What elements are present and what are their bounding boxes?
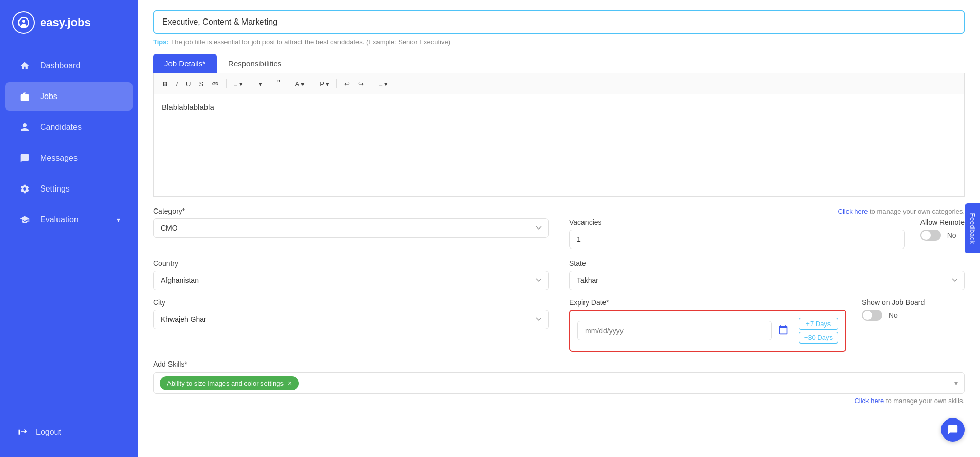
sidebar-item-jobs[interactable]: Jobs	[5, 82, 133, 111]
main-content: Tips: The job title is essential for job…	[138, 0, 980, 457]
expiry-date-label: Expiry Date*	[569, 298, 846, 307]
job-title-input[interactable]	[153, 10, 965, 34]
category-select[interactable]: CMO	[153, 218, 549, 238]
undo-button[interactable]: ↩	[341, 79, 353, 89]
editor-area[interactable]: Blablablablabla	[153, 94, 965, 197]
add-skills-label: Add Skills*	[153, 360, 187, 368]
sidebar-item-label: Candidates	[40, 123, 120, 132]
strikethrough-button[interactable]: S	[196, 79, 206, 89]
sidebar-item-messages[interactable]: Messages	[5, 144, 133, 173]
allow-remote-group: Allow Remote No	[920, 218, 965, 241]
allow-remote-label: Allow Remote	[920, 218, 965, 226]
allow-remote-toggle[interactable]	[920, 230, 941, 241]
text-color-button[interactable]: A ▾	[292, 79, 308, 89]
sidebar-nav: Dashboard Jobs Candidates Messages	[0, 45, 138, 413]
sidebar-item-evaluation[interactable]: Evaluation ▾	[5, 205, 133, 234]
underline-button[interactable]: U	[183, 79, 194, 89]
bold-button[interactable]: B	[160, 79, 171, 89]
expiry-group: Expiry Date* +7 Days +30 Days	[569, 298, 846, 352]
skill-tag-text: Ability to size images and color setting…	[167, 379, 284, 387]
category-group: CMO	[153, 218, 549, 238]
state-label: State	[569, 259, 965, 268]
logout-icon	[17, 426, 28, 439]
tab-responsibilities[interactable]: Responsibilities	[217, 54, 293, 73]
skills-dropdown-button[interactable]: ▾	[954, 379, 958, 387]
date-shortcuts: +7 Days +30 Days	[799, 318, 838, 344]
italic-button[interactable]: I	[173, 79, 181, 89]
click-here-categories[interactable]: Click here	[838, 207, 868, 215]
country-label: Country	[153, 259, 549, 268]
chat-icon	[17, 151, 32, 165]
sidebar: easy.jobs Dashboard Jobs Candidates	[0, 0, 138, 457]
toolbar-separator	[371, 79, 371, 88]
sidebar-item-label: Jobs	[40, 92, 120, 101]
toolbar-separator	[288, 79, 288, 88]
expiry-input-row: +7 Days +30 Days	[577, 318, 838, 344]
blockquote-button[interactable]: "	[274, 78, 284, 90]
sidebar-item-logout[interactable]: Logout	[5, 419, 133, 446]
country-group: Country Afghanistan	[153, 259, 549, 290]
plus7days-button[interactable]: +7 Days	[799, 318, 838, 330]
redo-button[interactable]: ↪	[355, 79, 367, 89]
chat-button[interactable]	[941, 418, 965, 442]
vacancies-remote-group: Vacancies 1 Allow Remote No	[569, 218, 965, 249]
plus30days-button[interactable]: +30 Days	[799, 332, 838, 344]
sidebar-logo: easy.jobs	[0, 0, 138, 45]
category-vacancies-grid: CMO Vacancies 1 Allow Remote No	[153, 218, 965, 249]
show-job-board-label: Show on Job Board	[862, 298, 965, 307]
vacancies-group: Vacancies 1	[569, 218, 905, 249]
tab-job-details[interactable]: Job Details*	[153, 54, 217, 73]
sidebar-item-label: Settings	[40, 184, 120, 194]
allow-remote-state: No	[947, 231, 956, 239]
show-job-board-group: Show on Job Board No	[862, 298, 965, 321]
graduation-icon	[17, 213, 32, 227]
paragraph-button[interactable]: P ▾	[316, 79, 332, 89]
show-job-board-control: No	[862, 310, 965, 321]
sidebar-item-label: Dashboard	[40, 61, 120, 70]
toolbar-separator	[270, 79, 270, 88]
manage-skills-text: Click here to manage your own skills.	[854, 397, 965, 405]
link-button[interactable]	[209, 79, 222, 89]
show-job-board-toggle[interactable]	[862, 310, 882, 321]
toolbar-separator	[226, 79, 227, 88]
skill-tag: Ability to size images and color setting…	[160, 376, 299, 390]
skills-input-wrapper[interactable]: Ability to size images and color setting…	[153, 372, 965, 394]
form-container: Tips: The job title is essential for job…	[138, 0, 980, 457]
logout-label: Logout	[36, 428, 61, 437]
city-group: City Khwajeh Ghar	[153, 298, 549, 329]
country-select[interactable]: Afghanistan	[153, 271, 549, 290]
sidebar-item-dashboard[interactable]: Dashboard	[5, 51, 133, 80]
calendar-button[interactable]	[776, 322, 790, 339]
toolbar-separator	[336, 79, 337, 88]
sidebar-item-candidates[interactable]: Candidates	[5, 113, 133, 142]
gear-icon	[17, 182, 32, 196]
sidebar-item-label: Messages	[40, 154, 120, 163]
state-select[interactable]: Takhar	[569, 271, 965, 290]
tips-text: Tips: The job title is essential for job…	[153, 38, 965, 46]
tabs: Job Details* Responsibilities	[153, 54, 965, 73]
sidebar-bottom: Logout	[0, 413, 138, 457]
manage-skills-row: Click here to manage your own skills.	[153, 397, 965, 405]
country-state-row: Country Afghanistan State Takhar	[153, 259, 965, 290]
user-icon	[17, 120, 32, 135]
feedback-tab[interactable]: Feedback	[965, 203, 980, 253]
bullet-list-button[interactable]: ≡ ▾	[231, 79, 246, 89]
editor-content: Blablablablabla	[162, 103, 214, 111]
editor-toolbar: B I U S ≡ ▾ ≣ ▾ " A ▾ P ▾ ↩ ↪	[153, 73, 965, 94]
align-button[interactable]: ≡ ▾	[375, 79, 391, 89]
chevron-down-icon: ▾	[117, 216, 120, 224]
toolbar-separator	[312, 79, 312, 88]
sidebar-item-settings[interactable]: Settings	[5, 175, 133, 203]
city-select[interactable]: Khwajeh Ghar	[153, 310, 549, 329]
show-job-board-state: No	[889, 311, 898, 319]
numbered-list-button[interactable]: ≣ ▾	[248, 79, 266, 89]
svg-point-1	[22, 20, 25, 23]
category-label: Category*	[153, 207, 185, 215]
content-area: Tips: The job title is essential for job…	[138, 0, 980, 457]
tips-label: Tips:	[153, 38, 169, 46]
click-here-skills[interactable]: Click here	[854, 397, 884, 405]
vacancies-input[interactable]: 1	[569, 230, 905, 249]
expiry-date-input[interactable]	[577, 321, 772, 340]
skill-remove-button[interactable]: ×	[288, 379, 292, 387]
allow-remote-control: No	[920, 230, 965, 241]
